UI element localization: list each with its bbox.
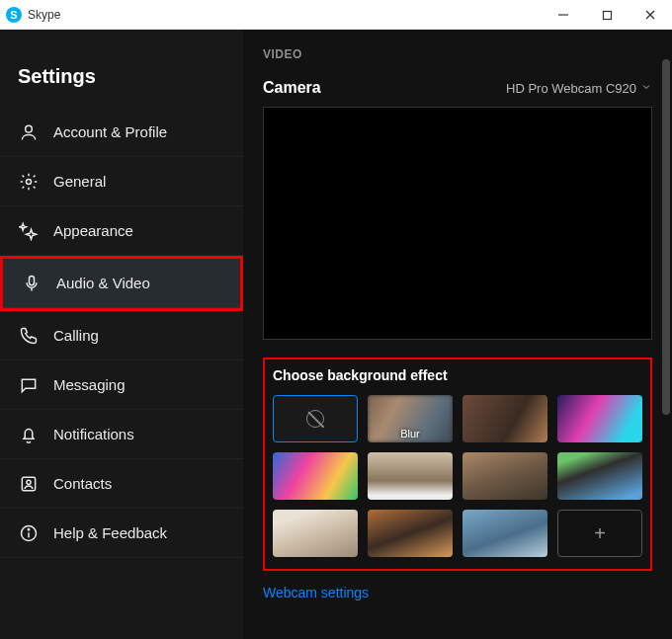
contacts-icon bbox=[18, 473, 40, 495]
sidebar-item-help[interactable]: Help & Feedback bbox=[0, 509, 243, 558]
plus-icon: + bbox=[594, 522, 606, 545]
chat-icon bbox=[18, 374, 40, 396]
sidebar-item-label: Audio & Video bbox=[56, 275, 150, 291]
maximize-button[interactable] bbox=[585, 0, 629, 30]
webcam-settings-link[interactable]: Webcam settings bbox=[263, 585, 369, 600]
sidebar-item-label: Account & Profile bbox=[53, 123, 167, 140]
microphone-icon bbox=[21, 273, 42, 294]
sidebar-item-label: Contacts bbox=[53, 475, 112, 492]
skype-logo-icon: S bbox=[6, 7, 22, 23]
sidebar-item-contacts[interactable]: Contacts bbox=[0, 459, 243, 509]
bg-effect-preset-9[interactable] bbox=[462, 510, 547, 557]
close-button[interactable] bbox=[629, 0, 672, 30]
settings-content: VIDEO Camera HD Pro Webcam C920 Choose b… bbox=[243, 30, 672, 639]
info-icon bbox=[18, 522, 40, 544]
bg-effect-preset-2[interactable] bbox=[557, 395, 642, 442]
blur-label: Blur bbox=[400, 428, 420, 439]
svg-rect-1 bbox=[603, 11, 611, 19]
sidebar-item-general[interactable]: General bbox=[0, 157, 243, 206]
none-icon bbox=[306, 410, 324, 428]
background-effect-section: Choose background effect Blur + bbox=[263, 358, 652, 571]
sidebar-item-label: General bbox=[53, 173, 106, 190]
minimize-button[interactable] bbox=[542, 0, 585, 30]
sidebar-item-account[interactable]: Account & Profile bbox=[0, 108, 243, 157]
page-title: Settings bbox=[0, 65, 243, 108]
sidebar-item-appearance[interactable]: Appearance bbox=[0, 206, 243, 256]
bg-effect-add[interactable]: + bbox=[557, 510, 642, 557]
bell-icon bbox=[18, 424, 40, 445]
sidebar-item-label: Messaging bbox=[53, 376, 126, 393]
section-label-video: VIDEO bbox=[263, 47, 652, 61]
sparkle-icon bbox=[18, 220, 40, 242]
bg-effect-preset-6[interactable] bbox=[557, 452, 642, 500]
titlebar: S Skype bbox=[0, 0, 672, 30]
sidebar-item-audio-video[interactable]: Audio & Video bbox=[3, 259, 240, 308]
camera-dropdown[interactable]: HD Pro Webcam C920 bbox=[506, 81, 652, 96]
svg-point-5 bbox=[27, 179, 32, 184]
sidebar-item-label: Help & Feedback bbox=[53, 524, 167, 541]
gear-icon bbox=[18, 171, 40, 193]
bg-effect-preset-8[interactable] bbox=[368, 510, 453, 557]
svg-rect-6 bbox=[30, 276, 35, 284]
sidebar-item-label: Calling bbox=[53, 327, 99, 344]
settings-sidebar: Settings Account & Profile General Appea… bbox=[0, 30, 243, 639]
bg-effect-blur[interactable]: Blur bbox=[368, 395, 453, 442]
bg-effect-preset-4[interactable] bbox=[368, 452, 453, 500]
bg-effect-preset-7[interactable] bbox=[273, 510, 358, 557]
svg-point-4 bbox=[26, 125, 33, 132]
window-title: Skype bbox=[28, 8, 60, 22]
phone-icon bbox=[18, 325, 40, 347]
camera-label: Camera bbox=[263, 79, 321, 97]
bg-effect-none[interactable] bbox=[273, 395, 358, 442]
chevron-down-icon bbox=[640, 81, 652, 96]
bg-effect-preset-3[interactable] bbox=[273, 452, 358, 500]
sidebar-item-calling[interactable]: Calling bbox=[0, 311, 243, 360]
bg-effect-preset-5[interactable] bbox=[462, 452, 547, 500]
sidebar-item-label: Notifications bbox=[53, 426, 134, 442]
bg-effect-preset-1[interactable] bbox=[462, 395, 547, 442]
sidebar-item-label: Appearance bbox=[53, 222, 133, 239]
scrollbar[interactable] bbox=[662, 59, 670, 415]
camera-selected-value: HD Pro Webcam C920 bbox=[506, 81, 636, 96]
svg-point-8 bbox=[27, 480, 31, 484]
background-effect-title: Choose background effect bbox=[273, 367, 642, 383]
sidebar-item-notifications[interactable]: Notifications bbox=[0, 410, 243, 459]
svg-point-11 bbox=[28, 528, 29, 529]
sidebar-item-messaging[interactable]: Messaging bbox=[0, 360, 243, 410]
camera-preview bbox=[263, 107, 652, 340]
person-icon bbox=[18, 121, 40, 143]
